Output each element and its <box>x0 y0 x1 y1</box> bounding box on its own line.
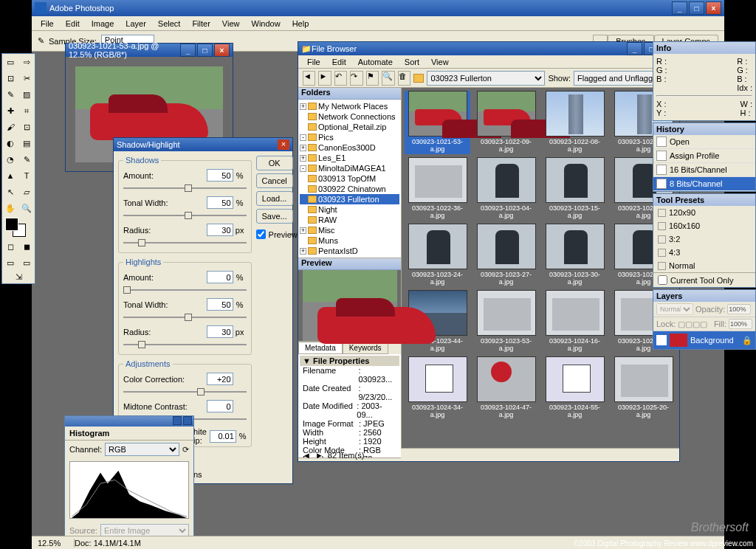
tool-18[interactable]: ✋ <box>2 200 18 216</box>
tool-preset-item[interactable]: 120x90 <box>653 206 755 219</box>
tool-12[interactable]: ◔ <box>2 151 18 168</box>
tree-node[interactable]: Network Connections <box>300 111 399 122</box>
thumbnail[interactable]: 030923-1023-24-a.jpg <box>405 224 470 287</box>
history-item[interactable]: Open <box>653 135 755 149</box>
thumbnail[interactable]: 030923-1022-09-a.jpg <box>473 91 539 154</box>
shadows-tonal-slider[interactable] <box>123 210 247 221</box>
thumbnail[interactable]: 030923-1023-15-a.jpg <box>542 157 608 221</box>
tool-5[interactable]: ▨ <box>18 86 35 103</box>
thumbnail[interactable]: 030923-1022-08-a.jpg <box>542 91 608 154</box>
histogram-header[interactable] <box>65 416 193 427</box>
thumbnail[interactable]: 030923-1024-34-a.jpg <box>405 356 470 420</box>
save-button[interactable]: Save... <box>256 209 293 224</box>
tree-node[interactable]: +Les_E1 <box>300 153 399 163</box>
color-correction-input[interactable] <box>207 373 233 385</box>
channel-select[interactable]: RGB <box>105 443 179 456</box>
tool-19[interactable]: 🔍 <box>18 200 35 216</box>
tree-node[interactable]: 030913 TopOfM <box>300 173 399 184</box>
close-button[interactable]: × <box>706 1 721 15</box>
tool-6[interactable]: ✚ <box>2 103 18 119</box>
history-item[interactable]: 16 Bits/Channel <box>653 163 755 177</box>
shadows-radius-input[interactable] <box>207 224 233 236</box>
menu-help[interactable]: Help <box>286 18 315 30</box>
tree-node[interactable]: Muns <box>300 235 399 246</box>
tree-node[interactable]: +Misc <box>300 225 399 235</box>
load-button[interactable]: Load... <box>256 191 293 206</box>
hl-radius-input[interactable] <box>207 325 233 338</box>
document-titlebar[interactable]: 030923-1021-53-a.jpg @ 12.5% (RGB/8*) _ … <box>66 44 233 57</box>
thumbnail[interactable]: 030923-1023-27-a.jpg <box>473 224 539 287</box>
doc-max-button[interactable]: □ <box>197 44 213 57</box>
fb-menu-automate[interactable]: Automate <box>352 56 399 68</box>
tool-preset-item[interactable]: 160x160 <box>653 219 755 232</box>
doc-close-button[interactable]: × <box>214 44 230 57</box>
menu-window[interactable]: Window <box>246 18 286 30</box>
white-clip-input[interactable] <box>210 430 236 443</box>
fb-menu-view[interactable]: View <box>425 56 455 68</box>
fb-rotate-ccw-button[interactable]: ↶ <box>334 71 347 86</box>
shadows-amount-input[interactable] <box>207 169 233 182</box>
ok-button[interactable]: OK <box>256 156 293 170</box>
tree-node[interactable]: +My Network Places <box>300 101 399 111</box>
menu-select[interactable]: Select <box>152 18 187 30</box>
tool-17[interactable]: ▱ <box>18 184 35 200</box>
tool-0[interactable]: ▭ <box>2 54 18 70</box>
menu-filter[interactable]: Filter <box>186 18 216 30</box>
hl-tonal-input[interactable] <box>207 298 233 311</box>
thumbnail[interactable]: 030923-1023-04-a.jpg <box>473 157 539 221</box>
layer-background[interactable]: Background🔒 <box>653 331 755 349</box>
tool-10[interactable]: ◐ <box>2 135 18 151</box>
thumbnail[interactable]: 030923-1024-55-a.jpg <box>542 356 608 420</box>
tool-4[interactable]: ✎ <box>2 86 18 103</box>
tree-node[interactable]: RAW <box>300 215 399 225</box>
zoom-level[interactable]: 12.5% <box>35 539 75 548</box>
tool-1[interactable]: ⇨ <box>18 54 35 70</box>
fb-titlebar[interactable]: 📁 File Browser _□× <box>298 42 679 55</box>
dialog-titlebar[interactable]: Shadow/Highlight × <box>114 138 292 151</box>
tool-7[interactable]: ⌗ <box>18 103 35 119</box>
thumbnail[interactable]: 030923-1021-53-a.jpg <box>405 91 470 154</box>
tree-node[interactable]: -Pics <box>300 132 399 142</box>
thumbnail[interactable]: 030923-1025-20-a.jpg <box>611 356 676 420</box>
quickmask-on-button[interactable]: ◼ <box>18 238 35 255</box>
fb-min[interactable]: _ <box>627 42 642 55</box>
fb-menu-sort[interactable]: Sort <box>399 56 425 68</box>
thumbnail[interactable]: 030923-1024-16-a.jpg <box>542 290 608 353</box>
thumbnail[interactable]: 030923-1024-47-a.jpg <box>473 356 539 420</box>
thumbnails-pane[interactable]: 030923-1021-53-a.jpg030923-1022-09-a.jpg… <box>402 88 679 448</box>
tool-11[interactable]: ▤ <box>18 135 35 151</box>
tool-15[interactable]: T <box>18 168 35 184</box>
tool-13[interactable]: ✎ <box>18 151 35 168</box>
current-tool-only-checkbox[interactable] <box>658 275 667 285</box>
fb-rotate-cw-button[interactable]: ↷ <box>350 71 362 86</box>
midtone-contrast-input[interactable] <box>207 400 233 412</box>
color-correction-slider[interactable] <box>123 387 247 397</box>
tool-8[interactable]: 🖌 <box>2 119 18 135</box>
thumbnail[interactable]: 030923-1022-36-a.jpg <box>405 157 470 221</box>
minimize-button[interactable]: _ <box>672 1 687 15</box>
tool-2[interactable]: ⊡ <box>2 70 18 86</box>
shadows-amount-slider[interactable] <box>123 183 247 193</box>
eye-icon[interactable] <box>656 335 667 345</box>
tree-node[interactable]: +CanonEos300D <box>300 142 399 153</box>
screenmode-button[interactable]: ▭ <box>2 255 18 271</box>
dialog-close-button[interactable]: × <box>278 139 289 150</box>
tree-node[interactable]: Night <box>300 204 399 215</box>
history-item[interactable]: 8 Bits/Channel <box>653 177 755 191</box>
menu-edit[interactable]: Edit <box>60 18 86 30</box>
tool-preset-item[interactable]: 3:2 <box>653 232 755 246</box>
hl-amount-input[interactable] <box>207 271 233 283</box>
screenmode2-button[interactable]: ▭ <box>18 255 35 271</box>
menu-image[interactable]: Image <box>86 18 120 30</box>
tool-3[interactable]: ✂ <box>18 70 35 86</box>
hl-amount-slider[interactable] <box>123 285 247 295</box>
fill-input[interactable] <box>729 319 752 329</box>
tool-9[interactable]: ⊡ <box>18 119 35 135</box>
metadata-body[interactable]: ▼ File Properties Filename: 030923...Dat… <box>298 354 401 458</box>
history-item[interactable]: Assign Profile <box>653 149 755 163</box>
hl-radius-slider[interactable] <box>123 339 247 350</box>
tree-node[interactable]: Optional_Retail.zip <box>300 122 399 132</box>
shadows-tonal-input[interactable] <box>207 196 233 209</box>
tool-preset-item[interactable]: 4:3 <box>653 246 755 259</box>
doc-min-button[interactable]: _ <box>180 44 196 57</box>
